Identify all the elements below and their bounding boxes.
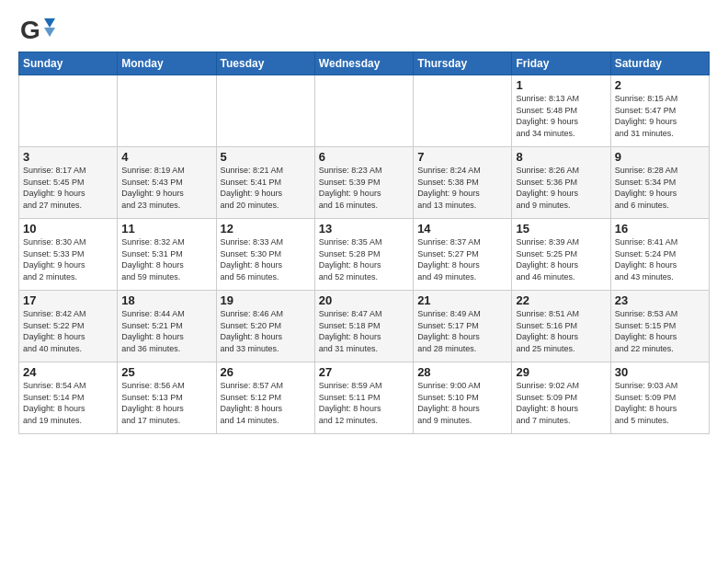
- day-cell: 1Sunrise: 8:13 AM Sunset: 5:48 PM Daylig…: [512, 75, 610, 147]
- day-info: Sunrise: 8:51 AM Sunset: 5:16 PM Dayligh…: [516, 308, 606, 354]
- day-cell: 7Sunrise: 8:24 AM Sunset: 5:38 PM Daylig…: [414, 147, 512, 219]
- day-number: 1: [516, 78, 606, 92]
- day-info: Sunrise: 9:03 AM Sunset: 5:09 PM Dayligh…: [615, 380, 705, 426]
- day-number: 29: [516, 365, 606, 379]
- day-info: Sunrise: 9:02 AM Sunset: 5:09 PM Dayligh…: [516, 380, 606, 426]
- week-row-3: 10Sunrise: 8:30 AM Sunset: 5:33 PM Dayli…: [19, 219, 710, 291]
- day-number: 3: [23, 150, 113, 164]
- col-header-sunday: Sunday: [19, 52, 118, 75]
- day-info: Sunrise: 8:23 AM Sunset: 5:39 PM Dayligh…: [319, 165, 409, 211]
- col-header-saturday: Saturday: [610, 52, 709, 75]
- day-cell: 26Sunrise: 8:57 AM Sunset: 5:12 PM Dayli…: [216, 362, 314, 434]
- day-cell: [216, 75, 314, 147]
- day-cell: 24Sunrise: 8:54 AM Sunset: 5:14 PM Dayli…: [19, 362, 118, 434]
- day-cell: 17Sunrise: 8:42 AM Sunset: 5:22 PM Dayli…: [19, 291, 118, 362]
- day-info: Sunrise: 8:26 AM Sunset: 5:36 PM Dayligh…: [516, 165, 606, 211]
- day-cell: 23Sunrise: 8:53 AM Sunset: 5:15 PM Dayli…: [610, 291, 709, 362]
- day-info: Sunrise: 8:17 AM Sunset: 5:45 PM Dayligh…: [23, 165, 113, 211]
- day-info: Sunrise: 8:24 AM Sunset: 5:38 PM Dayligh…: [417, 165, 507, 211]
- day-info: Sunrise: 8:57 AM Sunset: 5:12 PM Dayligh…: [221, 380, 311, 426]
- day-cell: 18Sunrise: 8:44 AM Sunset: 5:21 PM Dayli…: [118, 291, 216, 362]
- day-info: Sunrise: 8:21 AM Sunset: 5:41 PM Dayligh…: [221, 165, 311, 211]
- day-number: 22: [516, 293, 606, 307]
- day-info: Sunrise: 9:00 AM Sunset: 5:10 PM Dayligh…: [417, 380, 507, 426]
- day-number: 12: [221, 222, 311, 236]
- day-number: 17: [23, 293, 113, 307]
- day-cell: 4Sunrise: 8:19 AM Sunset: 5:43 PM Daylig…: [118, 147, 216, 219]
- col-header-tuesday: Tuesday: [216, 52, 314, 75]
- logo-icon: G: [18, 15, 55, 48]
- day-number: 16: [615, 222, 705, 236]
- day-info: Sunrise: 8:37 AM Sunset: 5:27 PM Dayligh…: [417, 236, 507, 282]
- week-row-4: 17Sunrise: 8:42 AM Sunset: 5:22 PM Dayli…: [19, 291, 710, 362]
- day-number: 28: [417, 365, 507, 379]
- day-info: Sunrise: 8:19 AM Sunset: 5:43 PM Dayligh…: [121, 165, 211, 211]
- day-cell: [414, 75, 512, 147]
- day-info: Sunrise: 8:59 AM Sunset: 5:11 PM Dayligh…: [319, 380, 409, 426]
- logo: G: [18, 15, 61, 48]
- day-cell: 21Sunrise: 8:49 AM Sunset: 5:17 PM Dayli…: [414, 291, 512, 362]
- day-info: Sunrise: 8:42 AM Sunset: 5:22 PM Dayligh…: [23, 308, 113, 354]
- day-cell: [19, 75, 118, 147]
- day-info: Sunrise: 8:32 AM Sunset: 5:31 PM Dayligh…: [121, 236, 211, 282]
- week-row-2: 3Sunrise: 8:17 AM Sunset: 5:45 PM Daylig…: [19, 147, 710, 219]
- day-info: Sunrise: 8:49 AM Sunset: 5:17 PM Dayligh…: [417, 308, 507, 354]
- day-cell: 16Sunrise: 8:41 AM Sunset: 5:24 PM Dayli…: [610, 219, 709, 291]
- header: G: [18, 15, 710, 48]
- day-info: Sunrise: 8:39 AM Sunset: 5:25 PM Dayligh…: [516, 236, 606, 282]
- day-number: 5: [221, 150, 311, 164]
- col-header-wednesday: Wednesday: [314, 52, 413, 75]
- day-info: Sunrise: 8:33 AM Sunset: 5:30 PM Dayligh…: [221, 236, 311, 282]
- day-number: 27: [319, 365, 409, 379]
- day-number: 4: [121, 150, 211, 164]
- day-info: Sunrise: 8:15 AM Sunset: 5:47 PM Dayligh…: [615, 93, 705, 139]
- day-number: 23: [615, 293, 705, 307]
- week-row-1: 1Sunrise: 8:13 AM Sunset: 5:48 PM Daylig…: [19, 75, 710, 147]
- day-cell: 9Sunrise: 8:28 AM Sunset: 5:34 PM Daylig…: [610, 147, 709, 219]
- col-header-thursday: Thursday: [414, 52, 512, 75]
- day-cell: 20Sunrise: 8:47 AM Sunset: 5:18 PM Dayli…: [314, 291, 413, 362]
- day-cell: 8Sunrise: 8:26 AM Sunset: 5:36 PM Daylig…: [512, 147, 610, 219]
- day-info: Sunrise: 8:54 AM Sunset: 5:14 PM Dayligh…: [23, 380, 113, 426]
- day-cell: 15Sunrise: 8:39 AM Sunset: 5:25 PM Dayli…: [512, 219, 610, 291]
- day-cell: 27Sunrise: 8:59 AM Sunset: 5:11 PM Dayli…: [314, 362, 413, 434]
- day-number: 6: [319, 150, 409, 164]
- day-cell: 22Sunrise: 8:51 AM Sunset: 5:16 PM Dayli…: [512, 291, 610, 362]
- day-cell: 10Sunrise: 8:30 AM Sunset: 5:33 PM Dayli…: [19, 219, 118, 291]
- day-info: Sunrise: 8:13 AM Sunset: 5:48 PM Dayligh…: [516, 93, 606, 139]
- day-info: Sunrise: 8:30 AM Sunset: 5:33 PM Dayligh…: [23, 236, 113, 282]
- day-cell: 11Sunrise: 8:32 AM Sunset: 5:31 PM Dayli…: [118, 219, 216, 291]
- day-info: Sunrise: 8:41 AM Sunset: 5:24 PM Dayligh…: [615, 236, 705, 282]
- day-number: 18: [121, 293, 211, 307]
- day-cell: 29Sunrise: 9:02 AM Sunset: 5:09 PM Dayli…: [512, 362, 610, 434]
- day-cell: 14Sunrise: 8:37 AM Sunset: 5:27 PM Dayli…: [414, 219, 512, 291]
- col-header-monday: Monday: [118, 52, 216, 75]
- day-cell: 28Sunrise: 9:00 AM Sunset: 5:10 PM Dayli…: [414, 362, 512, 434]
- day-info: Sunrise: 8:53 AM Sunset: 5:15 PM Dayligh…: [615, 308, 705, 354]
- day-info: Sunrise: 8:44 AM Sunset: 5:21 PM Dayligh…: [121, 308, 211, 354]
- week-row-5: 24Sunrise: 8:54 AM Sunset: 5:14 PM Dayli…: [19, 362, 710, 434]
- day-number: 9: [615, 150, 705, 164]
- svg-text:G: G: [20, 16, 40, 44]
- day-cell: 3Sunrise: 8:17 AM Sunset: 5:45 PM Daylig…: [19, 147, 118, 219]
- day-number: 2: [615, 78, 705, 92]
- day-cell: 25Sunrise: 8:56 AM Sunset: 5:13 PM Dayli…: [118, 362, 216, 434]
- day-number: 15: [516, 222, 606, 236]
- day-cell: [314, 75, 413, 147]
- day-cell: [118, 75, 216, 147]
- day-number: 7: [417, 150, 507, 164]
- day-cell: 30Sunrise: 9:03 AM Sunset: 5:09 PM Dayli…: [610, 362, 709, 434]
- day-cell: 6Sunrise: 8:23 AM Sunset: 5:39 PM Daylig…: [314, 147, 413, 219]
- day-cell: 12Sunrise: 8:33 AM Sunset: 5:30 PM Dayli…: [216, 219, 314, 291]
- page: G SundayMondayTuesdayWednesdayThursdayFr…: [0, 0, 728, 443]
- day-number: 20: [319, 293, 409, 307]
- day-cell: 2Sunrise: 8:15 AM Sunset: 5:47 PM Daylig…: [610, 75, 709, 147]
- day-cell: 19Sunrise: 8:46 AM Sunset: 5:20 PM Dayli…: [216, 291, 314, 362]
- day-number: 11: [121, 222, 211, 236]
- day-number: 25: [121, 365, 211, 379]
- day-info: Sunrise: 8:56 AM Sunset: 5:13 PM Dayligh…: [121, 380, 211, 426]
- header-row: SundayMondayTuesdayWednesdayThursdayFrid…: [19, 52, 710, 75]
- day-info: Sunrise: 8:35 AM Sunset: 5:28 PM Dayligh…: [319, 236, 409, 282]
- day-cell: 13Sunrise: 8:35 AM Sunset: 5:28 PM Dayli…: [314, 219, 413, 291]
- day-cell: 5Sunrise: 8:21 AM Sunset: 5:41 PM Daylig…: [216, 147, 314, 219]
